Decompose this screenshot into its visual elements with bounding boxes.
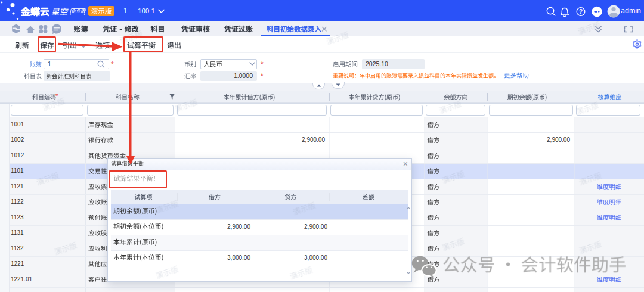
svg-text:?: ? (579, 8, 583, 15)
